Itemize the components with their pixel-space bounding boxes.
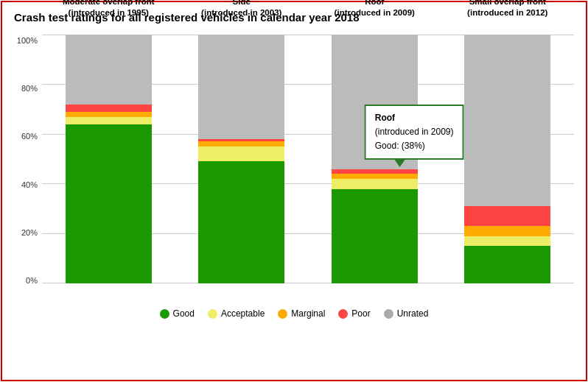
tooltip-line: Good: (38%) (375, 141, 425, 151)
bar-segment-acceptable-3 (332, 179, 418, 189)
legend-unrated: Unrated (384, 308, 429, 319)
bar-segment-good-1 (66, 124, 152, 283)
bar-segment-good-2 (198, 161, 284, 283)
bar-groups: Moderate overlap front (introduced in 19… (42, 35, 574, 283)
legend-label-unrated: Unrated (397, 308, 429, 319)
legend-marginal: Marginal (278, 308, 325, 319)
bar-label-small-overlap: Small overlap front (introduced in 2012) (460, 0, 556, 18)
bar-segment-marginal-2 (198, 141, 284, 146)
legend: Good Acceptable Marginal Poor Unrated (14, 308, 574, 319)
y-axis: 100% 80% 60% 40% 20% 0% (14, 35, 42, 300)
tooltip-title: Roof (375, 113, 395, 123)
legend-dot-poor (338, 309, 348, 319)
bar-segment-good-4 (464, 246, 550, 283)
bar-stack-moderate (66, 35, 152, 283)
tooltip-arrow (395, 160, 405, 167)
tooltip-subtitle: (introduced in 2009) (375, 127, 454, 137)
bar-segment-acceptable-4 (464, 236, 550, 247)
y-label-20: 20% (21, 228, 38, 237)
legend-label-acceptable: Acceptable (221, 308, 265, 319)
y-label-80: 80% (21, 84, 38, 93)
legend-dot-good (160, 309, 169, 319)
legend-label-good: Good (173, 308, 195, 319)
bar-label-roof: Roof (introduced in 2009) (326, 0, 422, 18)
bar-segment-unrated-4 (464, 35, 550, 206)
bar-segment-acceptable-2 (198, 146, 284, 161)
legend-dot-marginal (278, 309, 287, 319)
y-label-60: 60% (21, 132, 38, 141)
bar-segment-unrated-1 (66, 35, 152, 105)
bar-segment-marginal-1 (66, 112, 152, 117)
legend-label-poor: Poor (351, 308, 370, 319)
bar-stack-small (464, 35, 550, 283)
bar-label-moderate: Moderate overlap front (introduced in 19… (57, 0, 160, 18)
bar-segment-poor-4 (464, 206, 550, 226)
bar-segment-marginal-4 (464, 226, 550, 236)
bar-segment-poor-3 (332, 169, 418, 174)
tooltip: Roof (introduced in 2009) Good: (38%) (365, 105, 464, 160)
legend-poor: Poor (338, 308, 370, 319)
bar-segment-marginal-3 (332, 174, 418, 179)
legend-good: Good (160, 308, 195, 319)
legend-label-marginal: Marginal (291, 308, 325, 319)
bar-stack-side (198, 35, 284, 283)
bar-group-moderate: Moderate overlap front (introduced in 19… (42, 35, 175, 283)
bar-group-roof: Roof (introduced in 2009) Roof (introduc… (308, 35, 441, 283)
bar-segment-good-3 (332, 189, 418, 283)
y-label-0: 0% (26, 276, 38, 285)
legend-acceptable: Acceptable (208, 308, 265, 319)
bar-segment-acceptable-1 (66, 117, 152, 124)
y-label-100: 100% (17, 36, 38, 45)
bars-area: Moderate overlap front (introduced in 19… (42, 35, 574, 300)
legend-dot-acceptable (208, 309, 217, 319)
legend-dot-unrated (384, 309, 393, 319)
bar-label-side: Side (introduced in 2003) (194, 0, 290, 18)
y-label-40: 40% (21, 180, 38, 189)
bar-segment-unrated-2 (198, 35, 284, 139)
chart-container: Crash test ratings for all registered ve… (1, 1, 587, 381)
bar-group-side: Side (introduced in 2003) (175, 35, 309, 283)
bar-segment-poor-1 (66, 105, 152, 112)
